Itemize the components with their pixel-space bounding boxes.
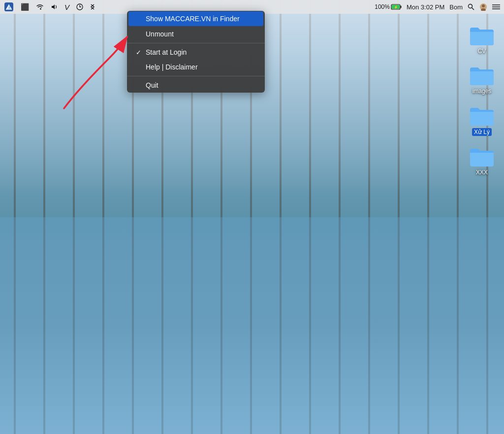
menu-label-start-at-login: Start at Login — [146, 48, 187, 56]
username-display: Bom — [449, 3, 463, 11]
context-menu-item-show-in-finder[interactable]: Show MACCARE.VN in Finder — [128, 11, 263, 26]
context-menu: Show MACCARE.VN in Finder Unmount ✓ Star… — [127, 11, 265, 93]
datetime-display: Mon 3:02 PM — [407, 3, 444, 11]
folder-images[interactable]: images — [465, 65, 499, 95]
folder-xxx-icon — [469, 146, 495, 167]
svg-point-10 — [469, 4, 472, 8]
svg-marker-4 — [52, 4, 55, 9]
menu-lines-icon[interactable] — [492, 4, 500, 10]
clock-history-icon[interactable] — [76, 3, 83, 10]
folder-cv[interactable]: CV — [465, 25, 499, 55]
battery-icon[interactable]: 100% ⚡ — [375, 3, 402, 10]
folder-xu-ly-icon — [469, 105, 495, 127]
folder-cv-icon — [469, 25, 495, 46]
water-decoration — [0, 217, 504, 434]
svg-line-11 — [472, 8, 474, 10]
folder-xxx[interactable]: XXX — [465, 146, 499, 176]
menu-label-quit: Quit — [146, 81, 158, 89]
folder-xxx-label: XXX — [476, 169, 488, 176]
context-menu-item-start-at-login[interactable]: ✓ Start at Login — [127, 45, 265, 60]
svg-rect-8 — [400, 6, 401, 8]
context-menu-item-unmount[interactable]: Unmount — [127, 27, 265, 41]
separator-1 — [127, 43, 265, 43]
separator-2 — [127, 76, 265, 76]
menu-label-help: Help | Disclaimer — [146, 63, 198, 71]
avatar-icon[interactable] — [479, 3, 487, 11]
menu-label-unmount: Unmount — [146, 30, 174, 38]
menubar-left: ⬛ V — [4, 2, 95, 12]
folder-cv-label: CV — [478, 48, 486, 55]
wifi-icon[interactable] — [36, 3, 44, 10]
folder-xu-ly-label: Xử Lý — [472, 128, 492, 136]
search-icon[interactable] — [468, 3, 474, 10]
svg-text:⚡: ⚡ — [393, 5, 398, 9]
display-icon[interactable]: ⬛ — [21, 3, 29, 11]
folder-images-label: images — [472, 88, 492, 95]
folder-images-icon — [469, 65, 495, 86]
menu-label-show-in-finder: Show MACCARE.VN in Finder — [146, 15, 240, 23]
context-menu-item-quit[interactable]: Quit — [127, 78, 265, 93]
menubar-right: 100% ⚡ Mon 3:02 PM Bom — [375, 3, 500, 11]
mountain-app-icon[interactable] — [4, 2, 14, 12]
checkmark-start: ✓ — [136, 49, 143, 56]
svg-point-13 — [482, 4, 485, 7]
context-menu-item-help[interactable]: Help | Disclaimer — [127, 60, 265, 74]
desktop-icons: CV images Xử Lý XXX — [465, 25, 499, 176]
folder-xu-ly[interactable]: Xử Lý — [465, 105, 499, 136]
bluetooth-icon[interactable] — [90, 3, 95, 11]
volume-icon[interactable] — [51, 3, 58, 10]
battery-percent: 100% — [375, 3, 390, 10]
v-icon[interactable]: V — [64, 3, 69, 11]
